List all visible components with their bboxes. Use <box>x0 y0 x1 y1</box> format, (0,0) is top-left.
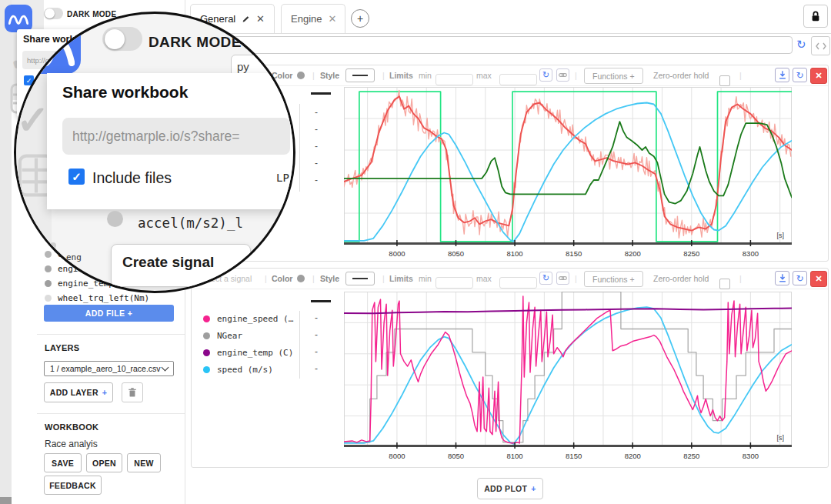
delete-layer-button[interactable] <box>122 382 143 402</box>
magnified-include-files-label: Include files <box>92 169 172 187</box>
signal-dot[interactable] <box>45 280 52 287</box>
magnified-signal-fragment: LP <box>276 172 289 184</box>
signal-label: wheel_trq_left(Nm) <box>58 293 149 303</box>
svg-text:[s]: [s] <box>776 232 784 239</box>
plot-1-chart[interactable]: 8000805081008150820082508300[s] <box>344 87 792 261</box>
new-tab-button[interactable]: + <box>351 9 369 28</box>
plot-2-header: Select a signal | Color | Style | Limits… <box>192 269 828 289</box>
plot-close-button[interactable]: ✕ <box>810 271 827 287</box>
functions-button[interactable]: Functions + <box>584 68 643 84</box>
svg-text:8000: 8000 <box>389 452 405 460</box>
legend-item[interactable]: engine_temp (C) <box>203 348 293 358</box>
zero-order-hold-label: Zero-order hold <box>653 65 709 85</box>
min-input[interactable] <box>436 272 473 292</box>
lock-icon <box>810 10 821 22</box>
download-icon[interactable] <box>775 271 789 285</box>
zero-order-hold-label: Zero-order hold <box>653 269 709 289</box>
magnified-dot <box>50 242 56 249</box>
cursor-value: - <box>315 312 318 323</box>
style-label: Style <box>320 65 339 85</box>
legend-color-dot[interactable] <box>203 366 210 373</box>
magnified-share-url-input[interactable]: http://getmarple.io/s?share= <box>62 118 290 155</box>
svg-text:[s]: [s] <box>776 434 784 442</box>
plot-refresh-icon[interactable]: ↻ <box>793 271 807 285</box>
legend-item[interactable]: engine_speed (… <box>203 314 293 324</box>
download-icon[interactable] <box>775 68 789 82</box>
legend-color-dot[interactable] <box>203 332 210 339</box>
marple-m-icon <box>8 12 28 25</box>
cursor-value: - <box>315 158 318 169</box>
edit-pencil-icon[interactable] <box>242 15 250 24</box>
save-button[interactable]: SAVE <box>44 453 82 472</box>
dark-mode-toggle[interactable] <box>44 8 63 19</box>
plot-close-button[interactable]: ✕ <box>810 68 827 84</box>
cursor-value: - <box>315 329 318 340</box>
signal-dot[interactable] <box>45 295 52 302</box>
color-swatch[interactable] <box>297 269 305 289</box>
signal-dot[interactable] <box>45 251 52 258</box>
open-button[interactable]: OPEN <box>86 453 122 472</box>
svg-text:8000: 8000 <box>389 249 405 258</box>
limits-label: Limits <box>389 269 413 289</box>
magnified-include-files-checkbox[interactable]: ✓ <box>68 169 85 185</box>
tab-general-close-icon[interactable]: ✕ <box>256 13 265 25</box>
legend-color-dot[interactable] <box>203 349 210 356</box>
svg-text:8150: 8150 <box>566 249 582 258</box>
style-selector[interactable] <box>345 65 375 85</box>
plot-2-chart[interactable]: 8000805081008150820082508300[s] <box>344 292 792 463</box>
magnified-check-icon: ✓ <box>16 100 50 140</box>
svg-text:8250: 8250 <box>683 249 699 258</box>
plot-refresh-icon[interactable]: ↻ <box>793 68 807 82</box>
limits-reset-icon[interactable]: ↻ <box>539 272 552 285</box>
legend-divider <box>299 104 300 192</box>
legend-item[interactable]: NGear <box>203 331 242 341</box>
svg-text:8250: 8250 <box>683 452 699 460</box>
new-button[interactable]: NEW <box>127 453 161 472</box>
expand-range-button[interactable] <box>811 36 830 55</box>
divider <box>37 413 185 414</box>
separator: | <box>382 269 385 289</box>
marple-logo[interactable] <box>5 5 32 32</box>
lock-button[interactable] <box>803 5 828 28</box>
layer-select[interactable]: 1 / example_aero_10_race.csv <box>44 361 174 376</box>
limits-link-icon[interactable] <box>556 68 569 82</box>
add-layer-button[interactable]: ADD LAYER+ <box>44 382 113 402</box>
feedback-button[interactable]: FEEDBACK <box>44 476 102 495</box>
limits-link-icon[interactable] <box>556 272 569 285</box>
toggle-knob <box>45 8 55 18</box>
add-file-button[interactable]: ADD FILE + <box>44 305 174 322</box>
legend-style-preview <box>311 300 331 302</box>
max-label: max <box>476 65 492 85</box>
cursor-value: - <box>315 141 318 152</box>
separator: | <box>265 269 267 289</box>
magnified-eng-fragment: eng <box>66 252 82 262</box>
cursor-value: - <box>315 107 318 118</box>
separator: | <box>312 65 315 85</box>
plot-1-header: Select a signal | Color | Style | Limits… <box>192 65 828 86</box>
layers-title: LAYERS <box>45 343 79 352</box>
arrows-expand-icon <box>816 42 826 50</box>
search-refresh-icon[interactable]: ↻ <box>796 38 806 50</box>
style-selector[interactable] <box>345 269 375 289</box>
tabbar-border <box>185 33 831 34</box>
limits-reset-icon[interactable]: ↻ <box>539 68 552 82</box>
trash-icon <box>128 387 137 398</box>
signal-list-item[interactable]: wheel_trq_left(Nm) <box>45 293 149 303</box>
legend-style-preview <box>311 92 331 95</box>
color-swatch[interactable] <box>297 65 305 85</box>
workbook-title: WORKBOOK <box>45 422 98 432</box>
magnified-dark-mode-label: DARK MODE <box>149 34 242 51</box>
tab-engine[interactable]: Engine ✕ <box>281 4 345 33</box>
legend-label: speed (m/s) <box>217 365 273 375</box>
functions-button[interactable]: Functions + <box>584 271 643 287</box>
legend-item[interactable]: speed (m/s) <box>203 365 273 375</box>
tab-engine-close-icon[interactable]: ✕ <box>328 13 336 25</box>
max-input[interactable] <box>499 272 537 292</box>
search-input[interactable] <box>192 36 793 54</box>
legend-color-dot[interactable] <box>203 315 210 322</box>
svg-text:8300: 8300 <box>743 452 759 460</box>
signal-dot[interactable] <box>45 265 52 272</box>
add-plot-button[interactable]: ADD PLOT+ <box>477 478 543 499</box>
dark-mode-label: DARK MODE <box>67 10 116 18</box>
rail-bottom-cap <box>0 497 12 504</box>
